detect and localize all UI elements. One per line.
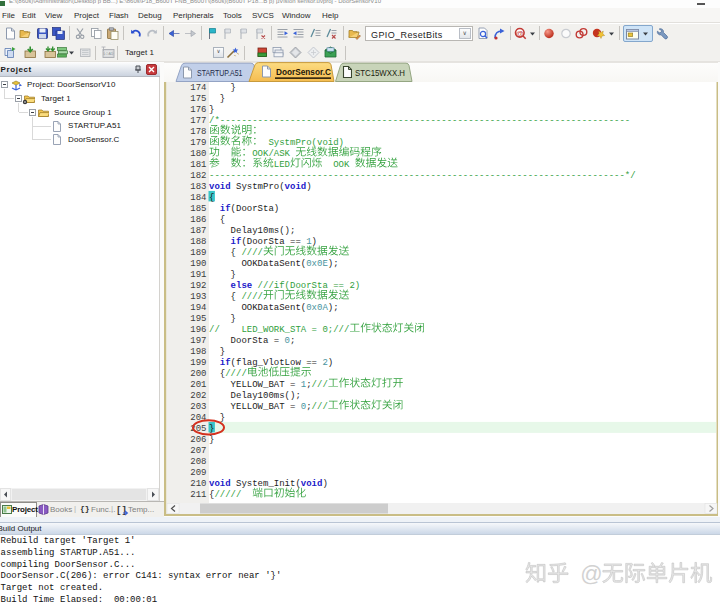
svg-text:if: if [231,237,242,247]
svg-text:177: 177 [190,116,206,126]
svg-text:196: 196 [190,325,206,335]
svg-text:}: } [231,270,236,280]
svg-text:185: 185 [190,204,206,214]
svg-text:(DoorSta ==: (DoorSta == [241,237,300,247]
svg-text:else: else [231,281,253,291]
svg-text:(flag_VlotLow ==: (flag_VlotLow == [231,358,317,368]
svg-text:206: 206 [190,435,206,445]
svg-text:}: } [209,424,214,434]
svg-text:187: 187 [190,226,206,236]
svg-text:): ) [306,182,311,192]
svg-text:): ) [322,479,327,489]
svg-text:201: 201 [190,380,206,390]
svg-text:179: 179 [190,138,206,148]
svg-text:189: 189 [190,248,206,258]
svg-text:OOKDataSent(: OOKDataSent( [241,303,306,313]
svg-text:------------------------------: ----------------------------------------… [209,171,636,181]
svg-text:if: if [220,358,231,368]
svg-text:////: //// [241,248,263,258]
svg-text:209: 209 [190,468,206,478]
svg-text:void: void [209,479,231,489]
svg-text:181: 181 [190,160,206,170]
svg-text:STC15WXX.H: STC15WXX.H [355,68,405,78]
svg-text://: // [209,325,220,335]
svg-text:void: void [209,182,231,192]
svg-text:{: { [231,292,236,302]
svg-text:176: 176 [190,105,206,115]
svg-text:void: void [301,479,323,489]
svg-text:}: } [220,413,225,423]
svg-text:////: //// [225,369,247,379]
svg-text:): ) [328,358,333,368]
svg-text:{: { [231,248,236,258]
svg-text:}: } [231,83,236,93]
svg-text:184: 184 [190,193,206,203]
svg-text:System_Init(: System_Init( [236,479,301,489]
svg-text:);: ); [328,303,339,313]
svg-text:void: void [285,182,307,192]
svg-text:Delay100ms();: Delay100ms(); [231,391,301,401]
svg-text:0x0E: 0x0E [306,259,328,269]
svg-text:178: 178 [190,127,206,137]
svg-text:203: 203 [190,402,206,412]
svg-text:YELLOW_BAT =: YELLOW_BAT = [231,380,296,390]
svg-text:188: 188 [190,237,206,247]
svg-text:198: 198 [190,347,206,357]
svg-text:LED: LED [274,160,290,170]
svg-text:STARTUP.A51: STARTUP.A51 [197,68,243,78]
svg-text:///if(DoorSta == 2): ///if(DoorSta == 2) [258,281,361,291]
svg-text:192: 192 [190,281,206,291]
svg-text:LED_WORK_STA = 0;///: LED_WORK_STA = 0;/// [241,325,349,335]
svg-text:}: } [231,314,236,324]
svg-text:///: /// [312,380,328,390]
svg-text:200: 200 [190,369,206,379]
svg-text:210: 210 [190,479,206,489]
svg-text:191: 191 [190,270,206,280]
svg-text:{: { [220,215,225,225]
svg-text:Delay10ms();: Delay10ms(); [231,226,296,236]
svg-text:@: @ [580,561,602,586]
svg-text:}: } [220,94,225,104]
svg-text:}: } [209,105,214,115]
svg-text:0x0A: 0x0A [306,303,328,313]
svg-text:DoorSta =: DoorSta = [231,336,280,346]
svg-text:if: if [220,204,231,214]
svg-text:): ) [312,237,317,247]
svg-text:;: ; [290,336,295,346]
svg-text:180: 180 [190,149,206,159]
svg-text:SystmPro(: SystmPro( [236,182,285,192]
svg-text:183: 183 [190,182,206,192]
svg-text:YELLOW_BAT =: YELLOW_BAT = [231,402,296,412]
svg-text:}: } [220,347,225,357]
svg-text:199: 199 [190,358,206,368]
svg-text:SystmPro(void): SystmPro(void) [268,138,344,148]
svg-text:174: 174 [190,83,206,93]
svg-text:(DoorSta): (DoorSta) [231,204,280,214]
svg-text:///: /// [312,402,328,412]
svg-text:DoorSensor.C: DoorSensor.C [276,67,331,77]
svg-text:197: 197 [190,336,206,346]
svg-text:193: 193 [190,292,206,302]
svg-text:194: 194 [190,303,206,313]
svg-text:182: 182 [190,171,206,181]
svg-text:175: 175 [190,94,206,104]
svg-text:OOKDataSent(: OOKDataSent( [241,259,306,269]
svg-text:207: 207 [190,446,206,456]
svg-text:{: { [209,193,214,203]
svg-text:OOK: OOK [333,160,350,170]
svg-text:202: 202 [190,391,206,401]
svg-text://///: ///// [214,490,241,500]
svg-text:}: } [209,435,214,445]
svg-text:195: 195 [190,314,206,324]
svg-text:208: 208 [190,457,206,467]
svg-text:190: 190 [190,259,206,269]
svg-text:186: 186 [190,215,206,225]
svg-text:OOK/ASK: OOK/ASK [252,149,290,159]
svg-text:/*----------------------------: /*--------------------------------------… [209,116,630,126]
svg-text:);: ); [328,259,339,269]
svg-text:////: //// [241,292,263,302]
svg-text:211: 211 [190,490,206,500]
